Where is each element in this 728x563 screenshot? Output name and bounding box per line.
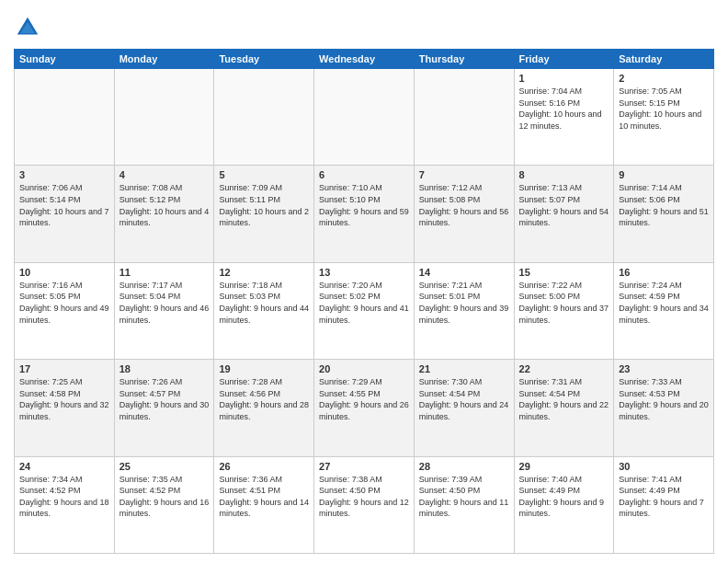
- day-info: Sunrise: 7:33 AM Sunset: 4:53 PM Dayligh…: [619, 376, 709, 422]
- day-info: Sunrise: 7:34 AM Sunset: 4:52 PM Dayligh…: [19, 474, 109, 520]
- calendar-week-row: 17Sunrise: 7:25 AM Sunset: 4:58 PM Dayli…: [15, 360, 714, 456]
- header: [14, 14, 714, 41]
- day-info: Sunrise: 7:08 AM Sunset: 5:12 PM Dayligh…: [119, 182, 210, 228]
- day-info: Sunrise: 7:04 AM Sunset: 5:16 PM Dayligh…: [519, 86, 609, 132]
- day-info: Sunrise: 7:29 AM Sunset: 4:55 PM Dayligh…: [319, 376, 409, 422]
- day-info: Sunrise: 7:35 AM Sunset: 4:52 PM Dayligh…: [119, 474, 210, 520]
- page: SundayMondayTuesdayWednesdayThursdayFrid…: [0, 0, 728, 563]
- day-number: 4: [119, 169, 210, 180]
- calendar-day: 12Sunrise: 7:18 AM Sunset: 5:03 PM Dayli…: [214, 262, 314, 359]
- day-number: 19: [219, 363, 309, 374]
- day-number: 6: [319, 169, 409, 180]
- weekday-header-sunday: Sunday: [15, 50, 115, 69]
- day-number: 25: [119, 461, 210, 472]
- calendar-table: SundayMondayTuesdayWednesdayThursdayFrid…: [14, 49, 714, 554]
- day-number: 16: [619, 267, 709, 278]
- day-number: 1: [519, 73, 609, 84]
- day-info: Sunrise: 7:21 AM Sunset: 5:01 PM Dayligh…: [419, 280, 509, 326]
- day-number: 13: [319, 267, 409, 278]
- weekday-header-monday: Monday: [114, 50, 214, 69]
- calendar-day: 26Sunrise: 7:36 AM Sunset: 4:51 PM Dayli…: [214, 456, 314, 553]
- calendar-day: 14Sunrise: 7:21 AM Sunset: 5:01 PM Dayli…: [414, 262, 514, 359]
- day-number: 7: [419, 169, 509, 180]
- day-number: 28: [419, 461, 509, 472]
- calendar-day: [314, 69, 415, 166]
- day-info: Sunrise: 7:22 AM Sunset: 5:00 PM Dayligh…: [519, 280, 609, 326]
- day-number: 14: [419, 267, 509, 278]
- day-number: 17: [19, 363, 109, 374]
- day-number: 23: [619, 363, 709, 374]
- weekday-header-saturday: Saturday: [614, 50, 714, 69]
- day-info: Sunrise: 7:05 AM Sunset: 5:15 PM Dayligh…: [619, 86, 709, 132]
- day-info: Sunrise: 7:25 AM Sunset: 4:58 PM Dayligh…: [19, 376, 109, 422]
- day-number: 8: [519, 169, 609, 180]
- day-number: 15: [519, 267, 609, 278]
- day-number: 30: [619, 461, 709, 472]
- calendar-day: 28Sunrise: 7:39 AM Sunset: 4:50 PM Dayli…: [414, 456, 514, 553]
- day-info: Sunrise: 7:26 AM Sunset: 4:57 PM Dayligh…: [119, 376, 210, 422]
- calendar-day: 17Sunrise: 7:25 AM Sunset: 4:58 PM Dayli…: [15, 360, 115, 456]
- calendar-day: 23Sunrise: 7:33 AM Sunset: 4:53 PM Dayli…: [614, 360, 714, 456]
- day-info: Sunrise: 7:40 AM Sunset: 4:49 PM Dayligh…: [519, 474, 609, 520]
- calendar-day: 25Sunrise: 7:35 AM Sunset: 4:52 PM Dayli…: [114, 456, 214, 553]
- day-number: 12: [219, 267, 309, 278]
- weekday-header-wednesday: Wednesday: [314, 50, 415, 69]
- calendar-day: [414, 69, 514, 166]
- day-number: 5: [219, 169, 309, 180]
- day-number: 3: [19, 169, 109, 180]
- calendar-day: 4Sunrise: 7:08 AM Sunset: 5:12 PM Daylig…: [114, 166, 214, 262]
- weekday-header-tuesday: Tuesday: [214, 50, 314, 69]
- day-info: Sunrise: 7:10 AM Sunset: 5:10 PM Dayligh…: [319, 182, 409, 228]
- calendar-day: 9Sunrise: 7:14 AM Sunset: 5:06 PM Daylig…: [614, 166, 714, 262]
- day-info: Sunrise: 7:20 AM Sunset: 5:02 PM Dayligh…: [319, 280, 409, 326]
- day-info: Sunrise: 7:28 AM Sunset: 4:56 PM Dayligh…: [219, 376, 309, 422]
- calendar-day: 2Sunrise: 7:05 AM Sunset: 5:15 PM Daylig…: [614, 69, 714, 166]
- calendar-week-row: 3Sunrise: 7:06 AM Sunset: 5:14 PM Daylig…: [15, 166, 714, 262]
- calendar-day: 3Sunrise: 7:06 AM Sunset: 5:14 PM Daylig…: [15, 166, 115, 262]
- calendar-day: 30Sunrise: 7:41 AM Sunset: 4:49 PM Dayli…: [614, 456, 714, 553]
- day-info: Sunrise: 7:09 AM Sunset: 5:11 PM Dayligh…: [219, 182, 309, 228]
- day-number: 10: [19, 267, 109, 278]
- day-info: Sunrise: 7:41 AM Sunset: 4:49 PM Dayligh…: [619, 474, 709, 520]
- weekday-header-thursday: Thursday: [414, 50, 514, 69]
- day-info: Sunrise: 7:18 AM Sunset: 5:03 PM Dayligh…: [219, 280, 309, 326]
- day-number: 22: [519, 363, 609, 374]
- day-info: Sunrise: 7:06 AM Sunset: 5:14 PM Dayligh…: [19, 182, 109, 228]
- day-info: Sunrise: 7:17 AM Sunset: 5:04 PM Dayligh…: [119, 280, 210, 326]
- calendar-day: 5Sunrise: 7:09 AM Sunset: 5:11 PM Daylig…: [214, 166, 314, 262]
- day-info: Sunrise: 7:14 AM Sunset: 5:06 PM Dayligh…: [619, 182, 709, 228]
- day-info: Sunrise: 7:36 AM Sunset: 4:51 PM Dayligh…: [219, 474, 309, 520]
- calendar-day: 29Sunrise: 7:40 AM Sunset: 4:49 PM Dayli…: [514, 456, 614, 553]
- calendar-day: 8Sunrise: 7:13 AM Sunset: 5:07 PM Daylig…: [514, 166, 614, 262]
- calendar-day: [214, 69, 314, 166]
- day-number: 9: [619, 169, 709, 180]
- day-number: 27: [319, 461, 409, 472]
- day-number: 24: [19, 461, 109, 472]
- day-number: 29: [519, 461, 609, 472]
- day-number: 2: [619, 73, 709, 84]
- calendar-day: 22Sunrise: 7:31 AM Sunset: 4:54 PM Dayli…: [514, 360, 614, 456]
- day-info: Sunrise: 7:31 AM Sunset: 4:54 PM Dayligh…: [519, 376, 609, 422]
- day-number: 11: [119, 267, 210, 278]
- calendar-day: 27Sunrise: 7:38 AM Sunset: 4:50 PM Dayli…: [314, 456, 415, 553]
- calendar-day: [114, 69, 214, 166]
- calendar-week-row: 1Sunrise: 7:04 AM Sunset: 5:16 PM Daylig…: [15, 69, 714, 166]
- day-info: Sunrise: 7:24 AM Sunset: 4:59 PM Dayligh…: [619, 280, 709, 326]
- calendar-day: 18Sunrise: 7:26 AM Sunset: 4:57 PM Dayli…: [114, 360, 214, 456]
- calendar-day: 24Sunrise: 7:34 AM Sunset: 4:52 PM Dayli…: [15, 456, 115, 553]
- calendar-day: 10Sunrise: 7:16 AM Sunset: 5:05 PM Dayli…: [15, 262, 115, 359]
- calendar-day: 13Sunrise: 7:20 AM Sunset: 5:02 PM Dayli…: [314, 262, 415, 359]
- day-info: Sunrise: 7:38 AM Sunset: 4:50 PM Dayligh…: [319, 474, 409, 520]
- weekday-header-row: SundayMondayTuesdayWednesdayThursdayFrid…: [15, 50, 714, 69]
- day-info: Sunrise: 7:30 AM Sunset: 4:54 PM Dayligh…: [419, 376, 509, 422]
- calendar-day: 16Sunrise: 7:24 AM Sunset: 4:59 PM Dayli…: [614, 262, 714, 359]
- calendar-day: 21Sunrise: 7:30 AM Sunset: 4:54 PM Dayli…: [414, 360, 514, 456]
- day-info: Sunrise: 7:39 AM Sunset: 4:50 PM Dayligh…: [419, 474, 509, 520]
- day-number: 21: [419, 363, 509, 374]
- logo: [14, 14, 45, 41]
- calendar-day: 19Sunrise: 7:28 AM Sunset: 4:56 PM Dayli…: [214, 360, 314, 456]
- logo-icon: [14, 14, 41, 41]
- calendar-day: 15Sunrise: 7:22 AM Sunset: 5:00 PM Dayli…: [514, 262, 614, 359]
- day-info: Sunrise: 7:13 AM Sunset: 5:07 PM Dayligh…: [519, 182, 609, 228]
- calendar-week-row: 10Sunrise: 7:16 AM Sunset: 5:05 PM Dayli…: [15, 262, 714, 359]
